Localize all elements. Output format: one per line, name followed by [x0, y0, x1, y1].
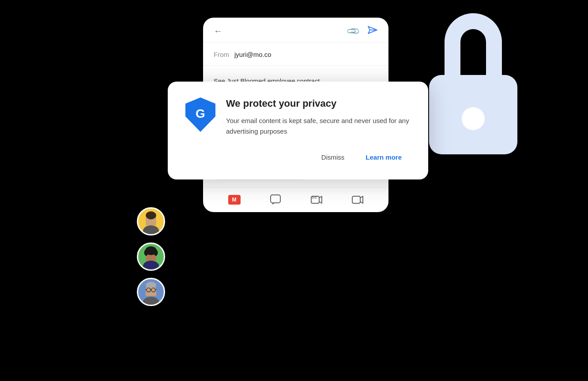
email-footer: M [203, 187, 388, 212]
svg-line-18 [145, 290, 147, 290]
attachment-icon[interactable]: 📎 [345, 23, 361, 39]
shield-letter: G [196, 107, 205, 121]
privacy-popup: G We protect your privacy Your email con… [168, 82, 428, 179]
lock-decoration [411, 13, 535, 154]
video-footer-icon[interactable] [351, 193, 365, 207]
svg-point-14 [146, 282, 156, 288]
learn-more-button[interactable]: Learn more [357, 149, 411, 165]
popup-text: We protect your privacy Your email conte… [226, 97, 411, 137]
gmail-footer-icon[interactable]: M [227, 193, 241, 207]
avatar-2 [137, 243, 165, 271]
google-shield-icon: G [185, 97, 215, 132]
svg-point-25 [315, 197, 317, 198]
email-header: ← 📎 [203, 18, 388, 43]
svg-point-1 [143, 225, 159, 235]
svg-rect-22 [271, 195, 280, 203]
popup-actions: Dismiss Learn more [185, 149, 411, 165]
popup-title: We protect your privacy [226, 97, 411, 110]
svg-point-24 [312, 197, 314, 198]
meet-footer-icon[interactable] [309, 193, 324, 207]
svg-point-9 [144, 250, 148, 256]
email-from-row: From jyuri@mo.co [203, 43, 388, 66]
svg-rect-26 [352, 196, 360, 203]
svg-rect-13 [146, 290, 156, 296]
from-label: From [214, 51, 229, 58]
avatar-stack [137, 207, 165, 306]
svg-point-6 [143, 261, 159, 271]
avatar-3 [137, 278, 165, 306]
avatar-1 [137, 207, 165, 235]
dismiss-button[interactable]: Dismiss [313, 149, 354, 165]
popup-description: Your email content is kept safe, secure … [226, 116, 411, 137]
back-icon[interactable]: ← [214, 26, 222, 36]
send-icon[interactable] [367, 26, 378, 36]
from-email: jyuri@mo.co [234, 51, 271, 58]
svg-point-10 [154, 250, 158, 256]
svg-point-12 [143, 297, 159, 306]
svg-point-4 [146, 211, 156, 219]
svg-rect-23 [311, 196, 319, 203]
svg-line-19 [155, 290, 157, 290]
popup-content: G We protect your privacy Your email con… [185, 97, 411, 137]
chat-footer-icon[interactable] [268, 193, 283, 207]
